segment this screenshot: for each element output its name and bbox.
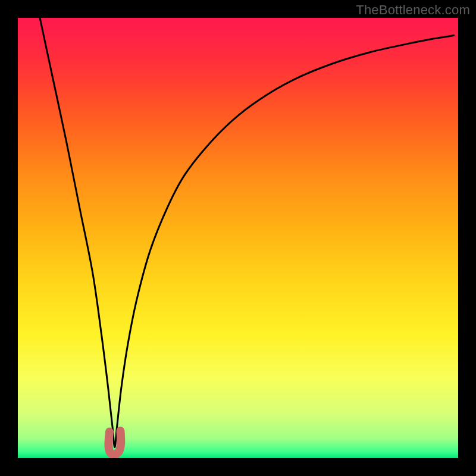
- chart-frame: TheBottleneck.com: [0, 0, 476, 476]
- watermark-text: TheBottleneck.com: [356, 2, 470, 18]
- gradient-background: [18, 18, 458, 458]
- plot-area: [18, 18, 458, 458]
- plot-svg: [18, 18, 458, 458]
